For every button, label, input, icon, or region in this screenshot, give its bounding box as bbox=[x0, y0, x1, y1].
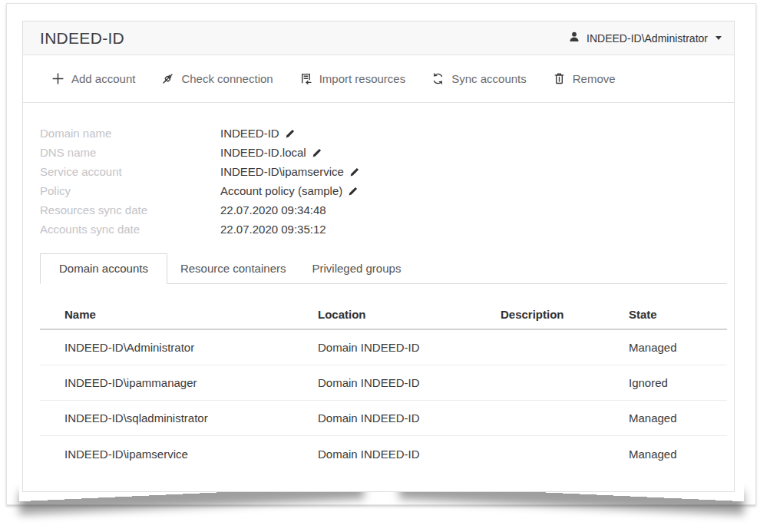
cell-location: Domain INDEED-ID bbox=[318, 411, 501, 425]
cell-name: INDEED-ID\sqladministrator bbox=[64, 411, 318, 425]
cell-location: Domain INDEED-ID bbox=[318, 376, 501, 389]
detail-value: Account policy (sample) bbox=[220, 184, 342, 197]
toolbar: Add account Check connection bbox=[23, 55, 734, 103]
user-menu-label: INDEED-ID\Administrator bbox=[587, 32, 708, 45]
page-sheet: INDEED-ID INDEED-ID\Administrator Add ac… bbox=[6, 3, 756, 505]
cell-location: Domain INDEED-ID bbox=[318, 448, 501, 461]
remove-button[interactable]: Remove bbox=[553, 72, 616, 85]
column-header-name: Name bbox=[64, 308, 318, 321]
table-row[interactable]: INDEED-ID\ipammanager Domain INDEED-ID I… bbox=[40, 365, 727, 401]
detail-row-accounts-sync-date: Accounts sync date 22.07.2020 09:35:12 bbox=[40, 220, 734, 239]
detail-label: Policy bbox=[40, 184, 220, 197]
page-title: INDEED-ID bbox=[40, 29, 124, 48]
import-resources-label: Import resources bbox=[319, 72, 406, 85]
card-body: Domain name INDEED-ID DNS name INDEED-ID… bbox=[23, 103, 734, 471]
detail-row-resources-sync-date: Resources sync date 22.07.2020 09:34:48 bbox=[40, 200, 734, 220]
plug-icon bbox=[161, 72, 174, 85]
cell-name: INDEED-ID\ipamservice bbox=[64, 448, 318, 461]
domain-card: INDEED-ID INDEED-ID\Administrator Add ac… bbox=[22, 21, 735, 492]
column-header-state: State bbox=[629, 308, 727, 321]
detail-label: Domain name bbox=[40, 127, 220, 140]
cell-state: Managed bbox=[629, 411, 727, 425]
caret-down-icon bbox=[715, 36, 722, 40]
table-row[interactable]: INDEED-ID\sqladministrator Domain INDEED… bbox=[40, 401, 727, 436]
tab-privileged-groups[interactable]: Privileged groups bbox=[299, 254, 414, 283]
detail-value: INDEED-ID.local bbox=[220, 146, 306, 159]
user-menu[interactable]: INDEED-ID\Administrator bbox=[568, 31, 722, 45]
check-connection-label: Check connection bbox=[181, 72, 273, 85]
trash-icon bbox=[553, 72, 566, 85]
table-row[interactable]: INDEED-ID\Administrator Domain INDEED-ID… bbox=[40, 330, 727, 365]
sync-icon bbox=[431, 72, 444, 85]
card-header: INDEED-ID INDEED-ID\Administrator bbox=[23, 21, 734, 55]
tab-domain-accounts[interactable]: Domain accounts bbox=[40, 253, 167, 284]
cell-state: Managed bbox=[629, 341, 727, 354]
table-row[interactable]: INDEED-ID\ipamservice Domain INDEED-ID M… bbox=[40, 436, 727, 471]
plus-icon bbox=[51, 72, 64, 85]
detail-label: Service account bbox=[40, 165, 220, 178]
add-account-label: Add account bbox=[71, 72, 135, 85]
import-resources-button[interactable]: Import resources bbox=[299, 72, 406, 85]
edit-pencil-icon[interactable] bbox=[285, 128, 296, 139]
detail-row-dns-name: DNS name INDEED-ID.local bbox=[40, 143, 734, 162]
sync-accounts-label: Sync accounts bbox=[451, 72, 527, 85]
add-account-button[interactable]: Add account bbox=[51, 72, 135, 85]
edit-pencil-icon[interactable] bbox=[348, 186, 359, 197]
cell-location: Domain INDEED-ID bbox=[318, 341, 501, 354]
remove-label: Remove bbox=[573, 72, 616, 85]
sync-accounts-button[interactable]: Sync accounts bbox=[431, 72, 527, 85]
column-header-location: Location bbox=[318, 308, 501, 321]
detail-value: 22.07.2020 09:35:12 bbox=[220, 223, 326, 236]
cell-state: Ignored bbox=[629, 376, 727, 389]
detail-value: INDEED-ID bbox=[220, 127, 279, 140]
detail-value: INDEED-ID\ipamservice bbox=[220, 165, 344, 178]
column-header-description: Description bbox=[501, 308, 629, 321]
domain-details: Domain name INDEED-ID DNS name INDEED-ID… bbox=[40, 124, 734, 239]
cell-name: INDEED-ID\Administrator bbox=[64, 341, 318, 354]
table-header-row: Name Location Description State bbox=[40, 299, 727, 330]
cell-name: INDEED-ID\ipammanager bbox=[64, 376, 318, 389]
detail-label: Accounts sync date bbox=[40, 223, 220, 236]
edit-pencil-icon[interactable] bbox=[349, 167, 360, 177]
detail-row-service-account: Service account INDEED-ID\ipamservice bbox=[40, 162, 734, 181]
tab-bar: Domain accounts Resource containers Priv… bbox=[40, 253, 727, 284]
import-icon bbox=[299, 72, 312, 85]
tab-resource-containers[interactable]: Resource containers bbox=[167, 254, 299, 283]
check-connection-button[interactable]: Check connection bbox=[161, 72, 273, 85]
detail-label: DNS name bbox=[40, 146, 220, 159]
person-icon bbox=[568, 31, 580, 45]
row-marker-cell bbox=[40, 376, 64, 389]
detail-label: Resources sync date bbox=[40, 203, 220, 216]
cell-state: Managed bbox=[629, 448, 727, 461]
detail-row-domain-name: Domain name INDEED-ID bbox=[40, 124, 734, 143]
edit-pencil-icon[interactable] bbox=[312, 147, 322, 158]
detail-value: 22.07.2020 09:34:48 bbox=[220, 203, 326, 216]
detail-row-policy: Policy Account policy (sample) bbox=[40, 181, 734, 200]
accounts-table: Name Location Description State INDEED-I… bbox=[40, 299, 727, 471]
